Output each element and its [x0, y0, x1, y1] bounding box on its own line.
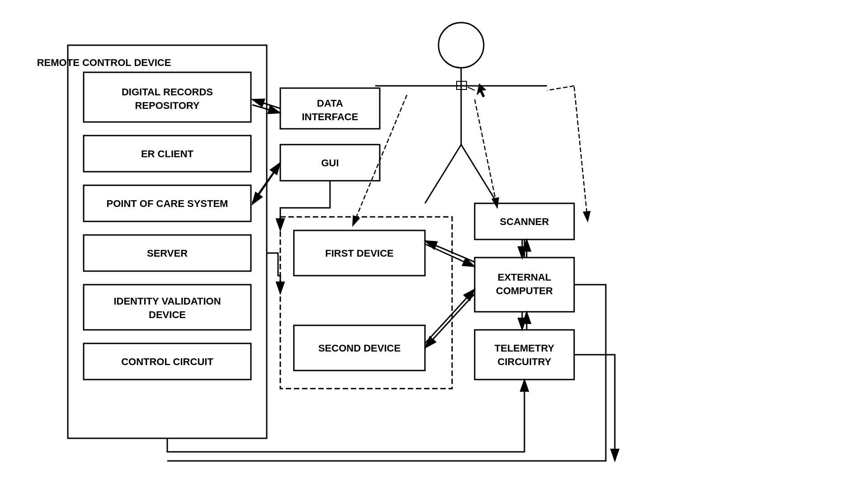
telemetry-box — [475, 330, 574, 380]
telemetry-loop-right — [574, 355, 615, 461]
remote-control-device-label: REMOTE CONTROL DEVICE — [37, 57, 171, 68]
human-left-leg — [425, 145, 461, 203]
identity-validation-label2: DEVICE — [149, 309, 186, 320]
identity-validation-label: IDENTITY VALIDATION — [113, 296, 221, 307]
er-client-label: ER CLIENT — [141, 148, 194, 160]
cursor-line — [468, 87, 475, 90]
data-interface-label2: INTERFACE — [302, 111, 359, 122]
data-interface-label: DATA — [317, 98, 343, 109]
gui-label: GUI — [321, 157, 339, 169]
server-label: SERVER — [147, 248, 188, 259]
human-right-leg — [461, 145, 497, 203]
first-device-label: FIRST DEVICE — [325, 248, 394, 259]
external-computer-label2: COMPUTER — [496, 285, 553, 296]
point-of-care-label: POINT OF CARE SYSTEM — [107, 198, 228, 209]
second-device-label: SECOND DEVICE — [318, 343, 401, 354]
telemetry-label: TELEMETRY — [495, 343, 555, 354]
human-head — [439, 23, 484, 68]
diagram-container: REMOTE CONTROL DEVICE DIGITAL RECORDS RE… — [0, 0, 868, 488]
identity-validation-box — [84, 285, 251, 330]
telemetry-label2: CIRCUITRY — [498, 356, 552, 367]
digital-records-label: DIGITAL RECORDS — [122, 86, 213, 98]
external-computer-label: EXTERNAL — [498, 272, 552, 283]
server-to-devices-line — [267, 253, 280, 294]
digital-records-label2: REPOSITORY — [135, 100, 199, 111]
scanner-label: SCANNER — [500, 216, 549, 227]
control-circuit-label: CONTROL CIRCUIT — [121, 356, 213, 367]
right-to-scanner-dashed — [574, 87, 588, 221]
human-to-scanner-dashed — [475, 99, 497, 208]
right-arm-ext-dashed — [547, 86, 574, 90]
